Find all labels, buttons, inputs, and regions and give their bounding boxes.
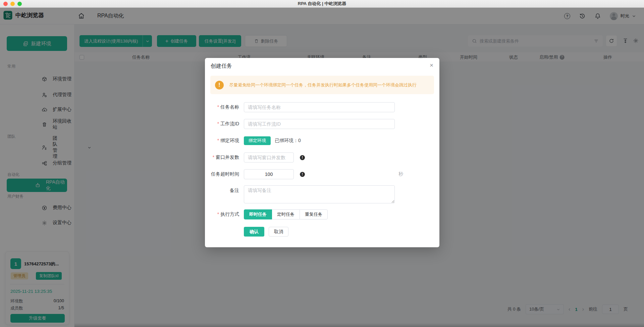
app-window: RPA 自动化 | 中屹浏览器 中屹浏览器 RPA自动化 ? — [0, 0, 644, 327]
timeout-label: 任务超时时间 — [208, 171, 239, 177]
warning-text: 尽量避免给同一个环境绑定同一个任务，任务并发执行时如果多个任务使用同一个环境会跳… — [229, 82, 429, 88]
window-concurrency-input[interactable] — [244, 152, 294, 162]
exec-mode-label: 执行方式 — [208, 211, 239, 217]
field-window-concurrency: 窗口并发数 ! — [205, 152, 439, 162]
field-remark: 备注 — [205, 185, 439, 203]
task-name-input[interactable] — [244, 102, 395, 112]
exec-mode-option-repeat[interactable]: 重复任务 — [300, 209, 328, 219]
bound-environment-count: 已绑环境：0 — [275, 138, 301, 144]
confirm-button[interactable]: 确认 — [244, 227, 264, 237]
field-workflow-id: 工作流ID — [205, 119, 439, 129]
info-icon[interactable]: ! — [300, 155, 305, 160]
exec-mode-segmented-control: 即时任务 定时任务 重复任务 — [244, 209, 328, 219]
remark-label: 备注 — [208, 188, 239, 194]
close-window-button[interactable] — [3, 2, 8, 6]
workflow-id-input[interactable] — [244, 119, 395, 129]
field-timeout: 任务超时时间 秒 ! — [205, 169, 439, 179]
field-task-name: 任务名称 — [205, 102, 439, 112]
window-title: RPA 自动化 | 中屹浏览器 — [298, 1, 346, 7]
cancel-button[interactable]: 取消 — [269, 227, 288, 237]
timeout-unit: 秒 — [398, 171, 403, 177]
warning-alert: ! 尽量避免给同一个环境绑定同一个任务，任务并发执行时如果多个任务使用同一个环境… — [210, 76, 434, 94]
modal-footer: 确认 取消 — [205, 227, 439, 237]
warning-exclaim-icon: ! — [215, 81, 224, 89]
bind-environment-button[interactable]: 绑定环境 — [244, 136, 271, 145]
workflow-id-label: 工作流ID — [208, 121, 239, 127]
exec-mode-option-immediate[interactable]: 即时任务 — [244, 209, 272, 219]
exec-mode-option-scheduled[interactable]: 定时任务 — [272, 209, 300, 219]
modal-title: 创建任务 — [211, 63, 232, 70]
close-icon[interactable]: × — [430, 62, 433, 68]
field-exec-mode: 执行方式 即时任务 定时任务 重复任务 — [205, 209, 439, 219]
field-bind-environment: 绑定环境 绑定环境 已绑环境：0 — [205, 136, 439, 145]
os-titlebar: RPA 自动化 | 中屹浏览器 — [0, 0, 644, 8]
bind-environment-label: 绑定环境 — [208, 138, 239, 144]
timeout-input[interactable] — [244, 169, 294, 179]
remark-textarea[interactable] — [244, 185, 395, 203]
window-concurrency-label: 窗口并发数 — [208, 154, 239, 160]
create-task-modal: 创建任务 × ! 尽量避免给同一个环境绑定同一个任务，任务并发执行时如果多个任务… — [205, 58, 439, 247]
minimize-window-button[interactable] — [10, 2, 15, 6]
info-icon[interactable]: ! — [300, 172, 305, 177]
maximize-window-button[interactable] — [17, 2, 22, 6]
task-name-label: 任务名称 — [208, 104, 239, 110]
